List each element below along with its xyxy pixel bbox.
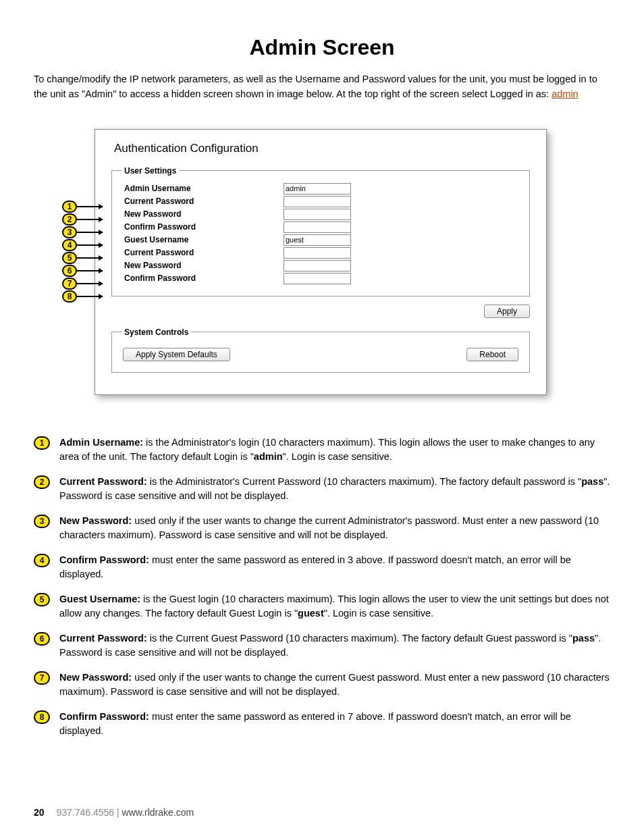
callout-bubble-4: 4 — [62, 239, 77, 251]
desc-text: Confirm Password: must enter the same pa… — [59, 710, 610, 738]
desc-text: Admin Username: is the Administrator's l… — [59, 436, 610, 464]
arrow-icon — [77, 219, 103, 220]
desc-text: Current Password: is the Administrator's… — [59, 475, 610, 503]
arrow-icon — [77, 257, 103, 259]
label-new-password-2: New Password — [122, 261, 284, 270]
input-confirm-password-2[interactable] — [284, 273, 351, 284]
callout-column: 1 2 3 4 5 6 7 8 — [62, 201, 103, 303]
desc-item-1: 1Admin Username: is the Administrator's … — [34, 436, 610, 464]
arrow-icon — [77, 206, 103, 207]
label-confirm-password-1: Confirm Password — [122, 222, 284, 232]
desc-bubble: 4 — [34, 554, 50, 567]
callout-bubble-5: 5 — [62, 252, 77, 264]
intro-text: To change/modify the IP network paramete… — [34, 74, 597, 99]
page-title: Admin Screen — [34, 35, 610, 60]
desc-text: Current Password: is the Current Guest P… — [59, 631, 610, 660]
screenshot-wrapper: 1 2 3 4 5 6 7 8 Authentication Configura… — [95, 129, 610, 395]
descriptions-list: 1Admin Username: is the Administrator's … — [34, 436, 610, 738]
desc-bubble: 2 — [34, 475, 50, 489]
admin-link[interactable]: admin — [552, 88, 579, 99]
arrow-icon — [77, 283, 103, 284]
row-guest-username: Guest Username — [122, 234, 520, 246]
desc-text: Confirm Password: must enter the same pa… — [59, 553, 610, 581]
arrow-icon — [77, 244, 103, 246]
auth-config-panel: Authentication Configuration User Settin… — [95, 129, 547, 395]
system-controls-fieldset: System Controls Apply System Defaults Re… — [111, 328, 530, 373]
label-current-password-1: Current Password — [122, 197, 284, 206]
desc-text: New Password: used only if the user want… — [59, 514, 610, 542]
input-confirm-password-1[interactable] — [284, 221, 351, 233]
arrow-icon — [77, 232, 103, 233]
desc-item-4: 4Confirm Password: must enter the same p… — [34, 553, 610, 581]
desc-item-3: 3New Password: used only if the user wan… — [34, 514, 610, 542]
desc-bubble: 1 — [34, 436, 50, 450]
desc-bubble: 8 — [34, 710, 50, 724]
row-new-password-1: New Password — [122, 208, 520, 221]
arrow-icon — [77, 270, 103, 271]
desc-bubble: 6 — [34, 632, 50, 646]
row-confirm-password-1: Confirm Password — [122, 221, 520, 234]
system-controls-legend: System Controls — [122, 328, 191, 337]
page-footer: 20 937.746.4556 | www.rldrake.com — [34, 807, 194, 818]
row-current-password-1: Current Password — [122, 195, 520, 208]
apply-button[interactable]: Apply — [484, 305, 530, 318]
label-admin-username: Admin Username — [122, 184, 284, 193]
desc-bubble: 7 — [34, 671, 50, 685]
label-new-password-1: New Password — [122, 209, 284, 219]
row-new-password-2: New Password — [122, 259, 520, 272]
callout-bubble-6: 6 — [62, 265, 77, 277]
label-confirm-password-2: Confirm Password — [122, 273, 284, 283]
intro-paragraph: To change/modify the IP network paramete… — [34, 72, 610, 102]
panel-heading: Authentication Configuration — [114, 142, 530, 155]
row-confirm-password-2: Confirm Password — [122, 272, 520, 285]
row-current-password-2: Current Password — [122, 246, 520, 259]
input-current-password-1[interactable] — [284, 196, 351, 207]
input-new-password-2[interactable] — [284, 260, 351, 271]
desc-text: Guest Username: is the Guest login (10 c… — [59, 592, 610, 621]
desc-text: New Password: used only if the user want… — [59, 671, 610, 699]
desc-item-5: 5Guest Username: is the Guest login (10 … — [34, 592, 610, 621]
desc-item-7: 7New Password: used only if the user wan… — [34, 671, 610, 699]
input-guest-username[interactable] — [284, 234, 351, 246]
label-guest-username: Guest Username — [122, 235, 284, 244]
callout-bubble-8: 8 — [62, 290, 77, 303]
desc-item-2: 2Current Password: is the Administrator'… — [34, 475, 610, 503]
row-admin-username: Admin Username — [122, 182, 520, 195]
apply-defaults-button[interactable]: Apply System Defaults — [123, 348, 230, 361]
desc-item-8: 8Confirm Password: must enter the same p… — [34, 710, 610, 738]
desc-bubble: 5 — [34, 593, 50, 606]
desc-bubble: 3 — [34, 515, 50, 528]
callout-bubble-1: 1 — [62, 201, 77, 213]
arrow-icon — [77, 296, 103, 297]
input-admin-username[interactable] — [284, 183, 351, 194]
footer-phone: 937.746.4556 | — [56, 807, 122, 818]
callout-bubble-2: 2 — [62, 213, 77, 226]
reboot-button[interactable]: Reboot — [466, 348, 518, 361]
user-settings-fieldset: User Settings Admin Username Current Pas… — [111, 166, 530, 296]
input-current-password-2[interactable] — [284, 247, 351, 259]
input-new-password-1[interactable] — [284, 209, 351, 220]
user-settings-legend: User Settings — [122, 166, 179, 176]
footer-site: www.rldrake.com — [122, 807, 194, 818]
callout-bubble-3: 3 — [62, 226, 77, 238]
desc-item-6: 6Current Password: is the Current Guest … — [34, 631, 610, 660]
label-current-password-2: Current Password — [122, 248, 284, 257]
callout-bubble-7: 7 — [62, 278, 77, 290]
page-number: 20 — [34, 807, 45, 818]
